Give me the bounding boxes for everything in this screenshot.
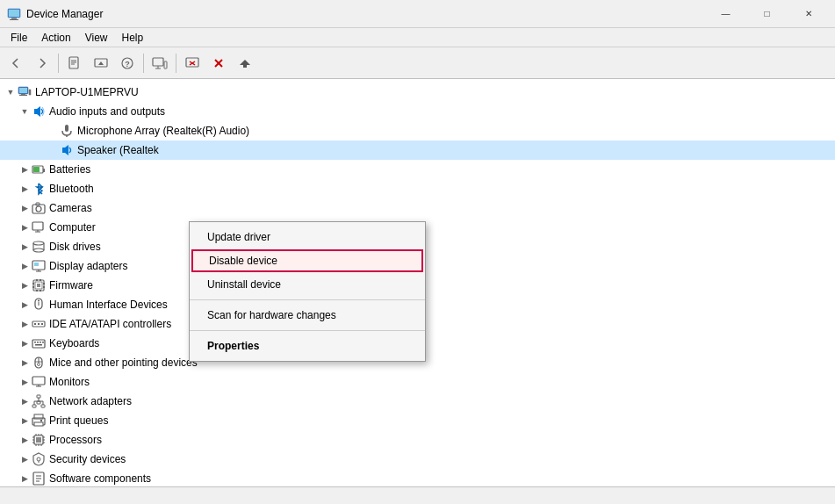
svg-point-107 [37, 457, 40, 461]
hid-label: Human Interface Devices [49, 299, 168, 311]
svg-rect-91 [34, 422, 43, 426]
audio-label: Audio inputs and outputs [49, 105, 165, 118]
svg-rect-56 [32, 283, 34, 284]
computer-expander[interactable]: ▶ [18, 220, 32, 234]
svg-rect-70 [40, 342, 41, 343]
svg-point-41 [33, 248, 44, 252]
cameras-expander[interactable]: ▶ [18, 201, 32, 215]
disk-expander[interactable]: ▶ [18, 240, 32, 254]
maximize-button[interactable]: □ [747, 0, 787, 28]
tree-print[interactable]: ▶ Print queues [0, 411, 835, 430]
processors-expander[interactable]: ▶ [18, 433, 32, 447]
batteries-icon [32, 162, 46, 176]
svg-marker-31 [62, 145, 68, 155]
help-button[interactable]: ? [115, 51, 140, 76]
print-expander[interactable]: ▶ [18, 414, 32, 428]
ctx-uninstall-device[interactable]: Uninstall device [190, 273, 425, 296]
tree-speaker[interactable]: ▶ Speaker (Realtek [0, 140, 835, 160]
tree-batteries[interactable]: ▶ Batteries [0, 160, 835, 179]
display-expander[interactable]: ▶ [18, 259, 32, 273]
main-content: ▼ LAPTOP-U1MEPRVU ▼ [0, 79, 835, 504]
monitors-expander[interactable]: ▶ [18, 375, 32, 389]
tree-network[interactable]: ▶ Network adapters [0, 392, 835, 411]
remove-device-button[interactable] [180, 51, 205, 76]
monitors-label: Monitors [49, 376, 90, 388]
tree-mic[interactable]: ▶ Microphone Array (Realtek(R) Audio) [0, 121, 835, 140]
ctx-update-driver[interactable]: Update driver [190, 226, 425, 248]
svg-rect-64 [34, 323, 36, 325]
svg-rect-65 [38, 323, 40, 325]
svg-rect-48 [34, 263, 39, 266]
batteries-expander[interactable]: ▶ [18, 162, 32, 176]
menu-file[interactable]: File [4, 30, 34, 46]
svg-rect-81 [32, 405, 36, 407]
context-menu: Update driver Disable device Uninstall d… [189, 221, 426, 362]
tree-security[interactable]: ▶ Security devices [0, 450, 835, 469]
tree-processors[interactable]: ▶ Proces [0, 430, 835, 450]
app-icon [7, 7, 21, 21]
svg-marker-9 [98, 61, 104, 65]
firmware-expander[interactable]: ▶ [18, 278, 32, 292]
computer-label: Computer [49, 221, 96, 234]
tree-bluetooth[interactable]: ▶ Bluetooth [0, 179, 835, 198]
update-driver-button[interactable] [89, 51, 113, 76]
minimize-button[interactable]: — [706, 0, 745, 28]
hid-expander[interactable]: ▶ [18, 298, 32, 312]
hid-icon [32, 298, 46, 312]
security-expander[interactable]: ▶ [18, 452, 32, 466]
svg-rect-69 [37, 342, 39, 343]
svg-rect-24 [19, 88, 27, 93]
ctx-scan[interactable]: Scan for hardware changes [190, 304, 425, 327]
speaker-label: Speaker (Realtek [77, 144, 159, 156]
security-label: Security devices [49, 453, 126, 465]
ctx-disable-device[interactable]: Disable device [191, 249, 423, 272]
svg-rect-52 [36, 279, 38, 281]
svg-rect-54 [36, 290, 38, 292]
menu-bar: File Action View Help [0, 28, 835, 47]
toolbar-sep-2 [143, 54, 144, 73]
display-icon [32, 259, 46, 273]
mice-label: Mice and other pointing devices [49, 356, 198, 369]
tree-audio[interactable]: ▼ Audio inputs and outputs [0, 102, 835, 121]
bluetooth-icon [32, 182, 46, 196]
tree-software[interactable]: ▶ Software components [0, 469, 835, 488]
rollback-button[interactable] [233, 51, 257, 76]
svg-rect-38 [32, 222, 43, 230]
root-expander[interactable]: ▼ [4, 85, 18, 99]
mice-expander[interactable]: ▶ [18, 356, 32, 370]
tree-monitors[interactable]: ▶ Monitors [0, 372, 835, 392]
menu-action[interactable]: Action [34, 30, 77, 46]
ctx-properties[interactable]: Properties [190, 335, 425, 357]
svg-rect-92 [40, 420, 42, 421]
computer-icon2 [32, 220, 46, 234]
svg-rect-51 [37, 284, 40, 287]
menu-view[interactable]: View [78, 30, 115, 46]
svg-rect-27 [29, 90, 31, 95]
uninstall-button[interactable] [206, 51, 231, 76]
forward-button[interactable] [30, 51, 54, 76]
tree-root[interactable]: ▼ LAPTOP-U1MEPRVU [0, 83, 835, 102]
svg-rect-26 [19, 95, 27, 96]
software-label: Software components [49, 472, 151, 485]
back-button[interactable] [4, 51, 28, 76]
svg-rect-68 [34, 342, 36, 343]
software-expander[interactable]: ▶ [18, 472, 32, 486]
ide-icon [32, 317, 46, 331]
network-expander[interactable]: ▶ [18, 394, 32, 408]
svg-point-42 [33, 241, 44, 245]
svg-rect-1 [9, 10, 19, 17]
tree-cameras[interactable]: ▶ Cameras [0, 198, 835, 218]
ide-expander[interactable]: ▶ [18, 317, 32, 331]
audio-expander[interactable]: ▼ [18, 104, 32, 119]
menu-help[interactable]: Help [115, 30, 151, 46]
speaker-icon [60, 143, 74, 157]
properties-button[interactable] [62, 51, 87, 76]
display-computer-button[interactable] [148, 51, 172, 76]
bluetooth-expander[interactable]: ▶ [18, 182, 32, 196]
keyboards-expander[interactable]: ▶ [18, 336, 32, 350]
status-bar [0, 486, 835, 504]
svg-marker-21 [240, 60, 250, 65]
close-button[interactable]: ✕ [788, 0, 828, 28]
svg-marker-28 [34, 106, 40, 117]
svg-rect-3 [10, 19, 18, 20]
